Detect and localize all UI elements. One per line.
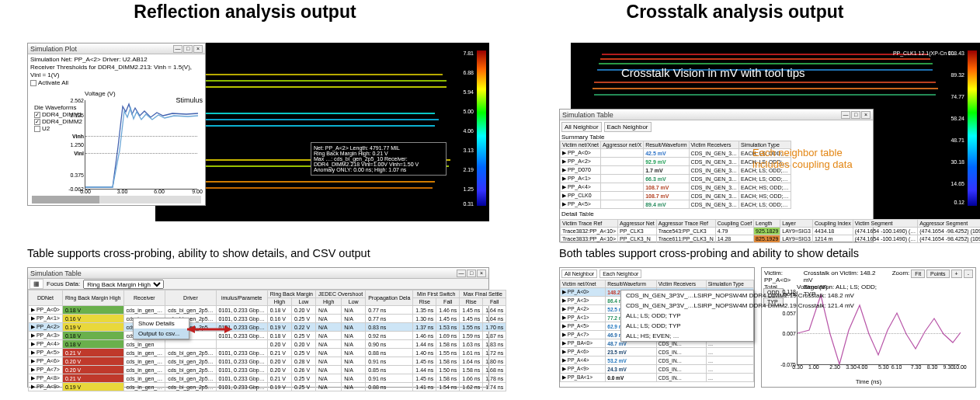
activate-all-checkbox[interactable] <box>30 80 36 86</box>
x-axis-label: Time (ns) <box>762 378 975 385</box>
col-receivers[interactable]: Victim Receivers <box>689 141 739 149</box>
table-row[interactable]: ▶ PP_A<5>0.21 Vcds_in_gen_…cds_bi_gen_2p… <box>29 349 506 357</box>
xtick: 6.00 <box>154 189 165 194</box>
tab-each-neighbor[interactable]: Each Neighbor <box>599 270 641 278</box>
maximize-icon[interactable]: □ <box>183 45 193 53</box>
table-row[interactable]: ▶ PP_A<2>0.19 Vcds_in_gen_…cds_bi_gen_2p… <box>29 323 506 332</box>
sim-threshold-label: Receiver Thresholds for DDR4_DIMM2.213: … <box>30 64 203 79</box>
table-row[interactable]: ▶ PP_A<1>66.3 mVCDS_IN_GEN_3…EACH; LS; O… <box>561 175 791 183</box>
ytick: 1.250 <box>70 142 84 148</box>
table-row[interactable]: Trace3832:PP_A<10>PP_CLK3Trace543:PP_CLK… <box>561 228 981 235</box>
detail-table-label: Detail Table <box>560 209 873 219</box>
simulation-table[interactable]: DDNet Ring Back Margin High Receiver Dri… <box>28 290 506 391</box>
xtick: 6.10 <box>891 364 902 370</box>
legend-checkbox[interactable]: ✓ <box>34 112 40 118</box>
context-menu-right[interactable]: CDS_IN_GEN_3P3V_…LSIRP_NOPSW4M DDR4 DIMM… <box>620 290 754 342</box>
table-row[interactable]: ▶ PP_A<0>0.18 Vcds_in_gen_…cds_bi_gen_2p… <box>29 306 506 315</box>
table-row[interactable]: ▶ PP_A<6>23.5 mVCDS_IN…… <box>561 348 754 357</box>
table-row[interactable]: ▶ PP_CLK0108.7 mVCDS_IN_GEN_3…EACH; HS; … <box>561 192 791 200</box>
detail-table[interactable]: Victim Trace RefAggressor NetAggressor T… <box>560 219 980 243</box>
table-row[interactable]: ▶ PP_A<8>0.21 Vcds_in_gen_…cds_bi_gen_2p… <box>29 374 506 383</box>
pcb-trace <box>179 113 435 114</box>
menu-item[interactable]: ALL; LS; ODD; TYP <box>621 321 753 331</box>
xtick: 9.00 <box>192 189 203 194</box>
menu-item[interactable]: ALL; LS; ODD; TYP <box>621 311 753 321</box>
table-row[interactable]: ▶ PP_A<1>0.16 Vcds_in_gen_…cds_bi_gen_2p… <box>29 315 506 323</box>
minimize-icon[interactable]: — <box>841 111 850 119</box>
table-row[interactable]: ▶ PP_A<3>0.18 Vcds_in_gen0101, 0.233 Gbp… <box>29 332 506 340</box>
menu-item[interactable]: CDS_IN_GEN_3P3V_…LSIRP_NOPSW4M DDR4 DIMM… <box>621 301 753 311</box>
cb-tick: 1.25 <box>463 186 474 192</box>
menu-item[interactable]: CDS_IN_GEN_3P3V_…LSIRP_NOPSW4M DDR4 DIMM… <box>621 290 753 301</box>
tab-button[interactable]: ▦ <box>30 279 43 289</box>
maximize-icon[interactable]: □ <box>467 270 476 277</box>
simulation-plot-window[interactable]: Simulation Plot — □ × Simulation Net: PP… <box>27 43 206 206</box>
zoom-points-button[interactable]: Points <box>926 270 949 278</box>
neighbor-table-window[interactable]: All Neighbor Each Neighbor Victim net/Xn… <box>559 267 755 388</box>
focus-combo[interactable]: Ring Back Margin High <box>83 280 164 289</box>
close-icon[interactable]: × <box>193 45 203 53</box>
summary-table-label: Summary Table <box>560 134 873 141</box>
tab-all-neighbor[interactable]: All Neighbor <box>561 122 602 132</box>
table-row[interactable]: ▶ PP_A<5>89.4 mVCDS_IN_GEN_3…EACH; LS; O… <box>561 200 791 209</box>
y-axis-label: Voltage (V) <box>797 283 828 290</box>
tab-each-neighbor[interactable]: Each Neighbor <box>604 122 652 132</box>
minimize-icon[interactable]: — <box>173 45 182 53</box>
pcb-trace <box>171 74 443 75</box>
tab-all-neighbor[interactable]: All Neighbor <box>561 270 597 278</box>
context-menu[interactable]: Show Details Output to csv... <box>133 318 189 339</box>
table-row[interactable]: ▶ PP_A<4>0.18 Vcds_in_gen0.20 V0.20 VN/A… <box>29 340 506 349</box>
zoom-fit-button[interactable]: Fit <box>911 270 925 278</box>
table-row[interactable]: ▶ PP_A<7>0.20 Vcds_in_gen_…cds_bi_gen_2p… <box>29 366 506 374</box>
simulation-table-window[interactable]: Simulation Table — □ × ▦ Focus Data: Rin… <box>27 267 489 388</box>
xtick: 0.00 <box>80 189 91 194</box>
table-row[interactable]: ▶ PP_A<4>53.2 mVCDS_IN…… <box>561 357 754 365</box>
close-icon[interactable]: × <box>477 270 486 277</box>
zoom-out-button[interactable]: - <box>964 270 973 278</box>
ytick: Vinl <box>74 151 84 156</box>
plot-area[interactable]: 2.562 2.125 1.250 Vinh Vinl 0.375 -0.062… <box>85 100 197 190</box>
cb-tick: 0.12 <box>954 200 964 205</box>
legend-item[interactable]: DDR4_DIMM2 <box>42 118 82 125</box>
title-reflection: Reflection analysis output <box>0 2 490 23</box>
activate-all-label: Activate All <box>38 79 68 87</box>
col-result[interactable]: Result/Waveform <box>644 141 689 149</box>
minimize-icon[interactable]: — <box>457 270 466 277</box>
legend-item[interactable]: U2 <box>42 125 50 132</box>
colorbar-left <box>477 50 486 206</box>
table-row[interactable]: ▶ PP_A<6>0.20 Vcds_in_gen_…cds_bi_gen_2p… <box>29 357 506 366</box>
menu-output-csv[interactable]: Output to csv... <box>134 329 189 339</box>
table-row[interactable]: ▶ PP_A<4>108.7 mVCDS_IN_GEN_3…EACH; HS; … <box>561 183 791 192</box>
table-row[interactable]: ▶ PP_A<9>24.3 mVCDS_IN…… <box>561 365 754 374</box>
zoom-label: Zoom: <box>892 270 910 277</box>
summary-table-window[interactable]: Simulation Table — □ × All Neighbor Each… <box>559 109 874 242</box>
pcb-trace <box>186 181 435 183</box>
crosstalk-plot-window[interactable]: Victim: PP_A<0> Total Aggressors: 6 Cros… <box>761 267 976 388</box>
xtick: 10.00 <box>953 364 967 370</box>
menu-item[interactable]: ALL; HS; EVEN; … <box>621 331 753 341</box>
xtick: 0.30 <box>792 364 803 370</box>
col-aggressor[interactable]: Aggressor net/X <box>600 141 643 149</box>
waveform <box>85 100 198 190</box>
pcb-trace <box>594 82 936 83</box>
title-crosstalk: Crosstalk analysis output <box>490 2 980 23</box>
table-row[interactable]: ▶ PP_A<9>0.19 Vcds_in_gen_…cds_bi_gen_2p… <box>29 383 506 391</box>
legend-checkbox[interactable] <box>34 126 40 132</box>
table-row[interactable]: ▶ PP_BA<1>0.0 mVCDS_IN…… <box>561 374 754 382</box>
ytick: 0.057 <box>782 311 796 316</box>
colorbar-right <box>968 50 977 206</box>
col-victim[interactable]: Victim net/Xnet <box>561 141 601 149</box>
legend-checkbox[interactable]: ✓ <box>34 119 40 125</box>
ytick: 2.125 <box>70 113 84 118</box>
close-icon[interactable]: × <box>861 111 871 119</box>
cb-tick: 4.06 <box>463 128 474 134</box>
maximize-icon[interactable]: □ <box>851 111 860 119</box>
menu-show-details[interactable]: Show Details <box>134 318 189 329</box>
cb-tick: 48.71 <box>950 137 964 143</box>
focus-label: Focus Data: <box>47 280 80 287</box>
pcb-trace <box>167 80 447 82</box>
table-row[interactable]: Trace3833:PP_A<10>PP_CLK3_NTrace611:PP_C… <box>561 235 981 243</box>
cb-tick: 14.65 <box>950 181 964 186</box>
zoom-in-button[interactable]: + <box>951 270 962 278</box>
scrollbar-horizontal[interactable] <box>32 196 201 203</box>
